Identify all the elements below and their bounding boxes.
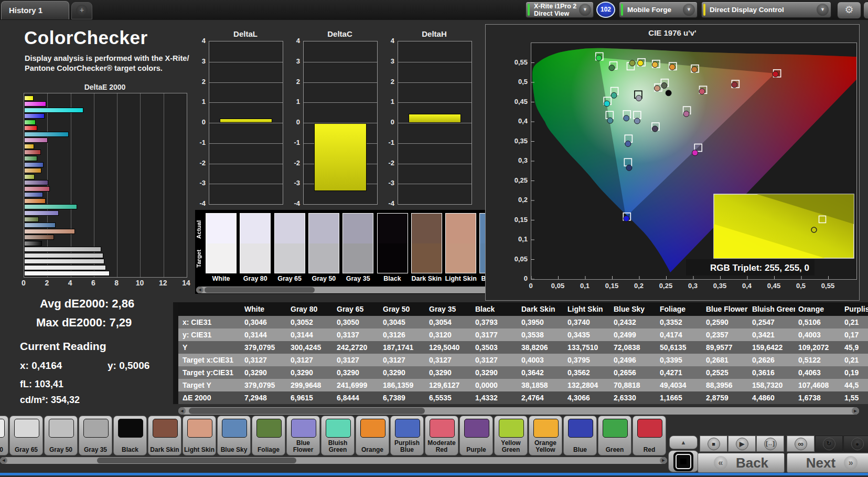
gear-icon[interactable]: ⚙	[837, 2, 861, 19]
table-cell: 133,7510	[564, 341, 610, 354]
back-button[interactable]: « Back	[698, 453, 785, 473]
target-half	[378, 243, 408, 273]
patch-button-dark-skin[interactable]: Dark Skin	[148, 416, 181, 455]
table-cell: 107,4608	[795, 379, 841, 391]
delta-l-chart-gridline	[209, 184, 283, 184]
patch-label: Blue Sky	[218, 447, 250, 453]
collapse-up-button[interactable]: ▲	[669, 436, 698, 449]
pattern-source-dropdown[interactable]: Mobile Forge ▼	[619, 2, 698, 18]
patch-button-gray-50[interactable]: Gray 50	[44, 416, 78, 455]
cie-ytick-label: 0,1	[503, 235, 528, 243]
patch-label: Gray 80	[0, 447, 8, 453]
patch-button-foliage[interactable]: Foliage	[252, 416, 285, 455]
deltae-bar-gray-80	[24, 265, 106, 270]
scroll-left-icon[interactable]: ◄	[0, 457, 7, 464]
patch-button-red[interactable]: Red	[633, 416, 666, 455]
delta-h-chart-ytick-label: -2	[382, 159, 394, 167]
table-cell: 0,3290	[380, 366, 426, 379]
patch-button-gray-80[interactable]: Gray 80	[0, 416, 8, 455]
patch-button-light-skin[interactable]: Light Skin	[183, 416, 216, 455]
patch-button-moderate-red[interactable]: Moderate Red	[425, 416, 458, 455]
cie-xtick-label: 0	[519, 282, 542, 290]
patch-button-purple[interactable]: Purple	[459, 416, 493, 455]
page-title: ColorChecker	[24, 27, 148, 48]
delta-h-chart-gridline	[398, 164, 471, 164]
add-tab-button[interactable]: +	[71, 2, 92, 19]
meter-dropdown[interactable]: X-Rite i1Pro 2 Direct View ▼	[526, 2, 594, 18]
patch-row-scrollbar[interactable]: ◄ ►	[0, 457, 667, 464]
patch-button-bluish-green[interactable]: Bluish Green	[321, 416, 355, 455]
strip-scrollbar[interactable]: ◄ ►	[196, 287, 505, 293]
patch-button-blue-sky[interactable]: Blue Sky	[217, 416, 251, 455]
step-button[interactable]: [↔]	[756, 436, 784, 452]
table-cell: 50,6135	[657, 341, 703, 354]
scroll-left-icon[interactable]: ◄	[196, 287, 203, 293]
display-control-dropdown[interactable]: Direct Display Control ▼	[701, 2, 831, 18]
table-cell: 0,4003	[518, 354, 564, 366]
table-cell: 241,6999	[334, 379, 380, 391]
tab-history-1[interactable]: History 1	[1, 1, 69, 19]
table-cell: 0,3127	[334, 354, 380, 366]
patch-button-gray-35[interactable]: Gray 35	[79, 416, 112, 455]
strip-patch-label: Dark Skin	[411, 275, 443, 282]
patch-color	[0, 419, 5, 438]
bottom-accent-line	[0, 473, 868, 475]
strip-patch-label: Black	[377, 275, 409, 282]
table-cell: 38,8206	[518, 341, 564, 354]
patch-button-black[interactable]: Black	[113, 416, 147, 455]
transport-group-1: ■▶[↔]	[700, 436, 784, 452]
patch-color	[533, 419, 559, 438]
patch-button-blue-flower[interactable]: Blue Flower	[286, 416, 320, 455]
patch-button-green[interactable]: Green	[598, 416, 631, 455]
table-cell: 0,3052	[287, 316, 334, 328]
chevron-down-icon[interactable]: ▼	[579, 4, 591, 16]
page-subtitle-line2: Pantone ColorChecker® target colors.	[25, 64, 163, 72]
strip-patch-gray-65	[274, 213, 305, 273]
scroll-right-icon[interactable]: ►	[660, 457, 667, 464]
table-cell: 0,2525	[703, 366, 749, 379]
patch-button-orange[interactable]: Orange	[356, 416, 389, 455]
table-gutter	[173, 391, 178, 404]
patch-button-orange-yellow[interactable]: Orange Yellow	[529, 416, 562, 455]
cie-ytick-label: 0,5	[503, 78, 528, 86]
scrollbar-thumb[interactable]	[189, 408, 425, 414]
stop-button[interactable]: ■	[700, 436, 727, 452]
table-cell: 0,3120	[426, 328, 472, 341]
patch-button-purplish-blue[interactable]: Purplish Blue	[390, 416, 424, 455]
table-row-label: ΔE 2000	[178, 391, 241, 404]
actual-half	[240, 214, 270, 243]
patch-color	[326, 419, 351, 438]
table-gutter	[173, 316, 178, 328]
loop-button[interactable]: ∞	[787, 436, 815, 452]
delta-l-chart-ytick-label: 2	[193, 78, 206, 86]
deltae-bar-yellow	[24, 144, 34, 149]
delta-c-chart-ytick-label: 3	[287, 57, 300, 65]
table-cell: 1,4332	[472, 391, 518, 404]
delta-h-chart-plot	[398, 41, 472, 205]
chevron-down-icon[interactable]: ▼	[683, 4, 695, 16]
next-button[interactable]: Next »	[787, 453, 868, 473]
table-cell: 299,9648	[287, 379, 334, 391]
cie-plot: RGB Triplet: 255, 255, 0	[531, 43, 857, 280]
scrollbar-thumb[interactable]	[205, 287, 315, 293]
deltae-bar-blue-saturated-	[24, 113, 45, 119]
table-cell: 0,5122	[795, 354, 841, 366]
collapse-panel-button[interactable]	[863, 2, 868, 19]
patch-button-row: Gray 80Gray 65Gray 50Gray 35BlackDark Sk…	[0, 416, 667, 457]
chevron-down-icon[interactable]: ▼	[817, 4, 829, 16]
patch-button-blue[interactable]: Blue	[563, 416, 597, 455]
deltae-bar-gray-65	[24, 259, 104, 264]
play-button[interactable]: ▶	[728, 436, 756, 452]
patch-button-yellow-green[interactable]: Yellow Green	[494, 416, 528, 455]
patch-button-gray-65[interactable]: Gray 65	[9, 416, 43, 455]
cie-chart-title: CIE 1976 u'v'	[486, 28, 859, 37]
pattern-window-button[interactable]	[668, 450, 699, 472]
scrollbar-thumb[interactable]	[97, 458, 296, 463]
cie-measured-dot-yellow-green	[629, 60, 635, 66]
scroll-left-icon[interactable]: ◄	[178, 407, 186, 415]
cie-measured-dot-magenta	[683, 111, 689, 117]
table-cell: 0,3421	[749, 328, 795, 341]
table-cell: 0,3127	[241, 354, 287, 366]
deltae-bar-gray-35	[24, 247, 101, 252]
delta-l-chart: DeltaL43210-1-2-3-4	[209, 29, 282, 208]
